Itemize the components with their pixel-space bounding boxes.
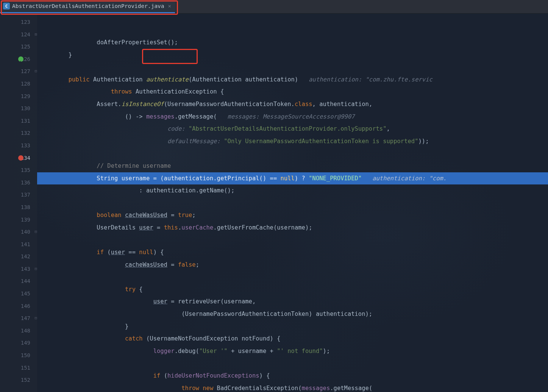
fold-close-icon[interactable]: ⊞ — [34, 28, 37, 41]
code-line[interactable]: logger.debug("User '" + username + "' no… — [37, 345, 548, 358]
code-line[interactable] — [37, 147, 548, 160]
line-number: 144 — [19, 275, 30, 287]
line-number: 143 — [19, 263, 30, 275]
breakpoint-icon[interactable] — [18, 155, 23, 161]
code-line[interactable]: catch (UsernameNotFoundException notFoun… — [37, 333, 548, 345]
code-line[interactable]: cacheWasUsed = false; — [37, 259, 548, 271]
code-line[interactable]: (UsernamePasswordAuthenticationToken) au… — [37, 308, 548, 320]
line-number: 138 — [19, 201, 30, 214]
code-line[interactable]: throws AuthenticationException { — [37, 86, 548, 98]
code-line[interactable] — [37, 357, 548, 370]
tab-bar: C AbstractUserDetailsAuthenticationProvi… — [0, 0, 548, 14]
line-number: 152 — [19, 374, 30, 386]
line-number: 133 — [19, 139, 30, 152]
line-number: 123 — [19, 16, 30, 28]
line-number: 127 — [19, 65, 30, 78]
gutter-line[interactable]: 134 — [0, 152, 37, 164]
tab-filename: AbstractUserDetailsAuthenticationProvide… — [12, 3, 164, 9]
gutter-line[interactable]: 129 — [0, 90, 37, 103]
gutter-line[interactable]: 128 — [0, 78, 37, 90]
gutter-line[interactable]: 143⊟ — [0, 263, 37, 275]
code-line[interactable]: if (hideUserNotFoundExceptions) { — [37, 370, 548, 382]
line-number: 135 — [19, 164, 30, 176]
code-line[interactable] — [37, 61, 548, 73]
code-line[interactable]: } — [37, 49, 548, 61]
code-line[interactable]: boolean cacheWasUsed = true; — [37, 209, 548, 222]
code-line[interactable]: public Authentication authenticate(Authe… — [37, 73, 548, 86]
gutter[interactable]: 123124⊞125126127⊟12812913013113213313413… — [0, 14, 37, 392]
code-line[interactable]: code: "AbstractUserDetailsAuthentication… — [37, 123, 548, 135]
gutter-line[interactable]: 140⊟ — [0, 226, 37, 238]
line-number: 129 — [19, 90, 30, 103]
gutter-line[interactable]: 149 — [0, 337, 37, 349]
file-tab[interactable]: C AbstractUserDetailsAuthenticationProvi… — [0, 0, 175, 13]
line-number: 124 — [19, 28, 30, 41]
gutter-line[interactable]: 124⊞ — [0, 28, 37, 41]
line-number: 145 — [19, 287, 30, 300]
gutter-line[interactable]: 130 — [0, 102, 37, 115]
line-number: 147 — [19, 312, 30, 325]
code-line[interactable] — [37, 197, 548, 209]
gutter-line[interactable]: 136 — [0, 176, 37, 189]
gutter-line[interactable]: 135 — [0, 164, 37, 176]
fold-open-icon[interactable]: ⊟ — [34, 312, 37, 325]
line-number: 136 — [19, 176, 30, 189]
code-line[interactable]: try { — [37, 283, 548, 296]
gutter-line[interactable]: 132 — [0, 127, 37, 139]
line-number: 139 — [19, 214, 30, 226]
gutter-line[interactable]: 127⊟ — [0, 65, 37, 78]
gutter-line[interactable]: 148 — [0, 325, 37, 337]
line-number: 130 — [19, 102, 30, 115]
gutter-line[interactable]: 131 — [0, 115, 37, 127]
gutter-line[interactable]: 145 — [0, 287, 37, 300]
code-editor[interactable]: 123124⊞125126127⊟12812913013113213313413… — [0, 14, 548, 392]
line-number: 151 — [19, 362, 30, 374]
line-number: 132 — [19, 127, 30, 139]
fold-open-icon[interactable]: ⊟ — [34, 65, 37, 78]
code-line[interactable]: Assert.isInstanceOf(UsernamePasswordAuth… — [37, 98, 548, 111]
fold-open-icon[interactable]: ⊟ — [34, 226, 37, 238]
code-line[interactable]: user = retrieveUser(username, — [37, 295, 548, 308]
gutter-line[interactable]: 146 — [0, 300, 37, 312]
code-area[interactable]: doAfterPropertiesSet(); } public Authent… — [37, 14, 548, 392]
line-number: 131 — [19, 115, 30, 127]
code-line[interactable]: UserDetails user = this.userCache.getUse… — [37, 222, 548, 234]
line-number: 148 — [19, 325, 30, 337]
gutter-line[interactable]: 147⊟ — [0, 312, 37, 325]
gutter-line[interactable]: 138 — [0, 201, 37, 214]
code-line[interactable]: defaultMessage: "Only UsernamePasswordAu… — [37, 135, 548, 148]
gutter-line[interactable]: 137 — [0, 189, 37, 201]
code-line[interactable] — [37, 234, 548, 247]
gutter-line[interactable]: 150 — [0, 349, 37, 362]
gutter-line[interactable]: 142 — [0, 250, 37, 263]
code-line[interactable]: () -> messages.getMessage( messages: Mes… — [37, 111, 548, 123]
line-number: 125 — [19, 41, 30, 53]
override-marker-icon[interactable] — [18, 56, 23, 62]
gutter-line[interactable]: 123 — [0, 16, 37, 28]
code-line[interactable]: if (user == null) { — [37, 246, 548, 259]
line-number: 150 — [19, 349, 30, 362]
gutter-line[interactable]: 152 — [0, 374, 37, 386]
code-line[interactable]: doAfterPropertiesSet(); — [37, 36, 548, 49]
code-line[interactable]: throw new BadCredentialsException(messag… — [37, 382, 548, 392]
gutter-line[interactable]: 133 — [0, 139, 37, 152]
code-line[interactable]: } — [37, 320, 548, 333]
gutter-line[interactable]: 139 — [0, 214, 37, 226]
line-number: 128 — [19, 78, 30, 90]
gutter-line[interactable]: 125 — [0, 41, 37, 53]
code-line[interactable]: // Determine username — [37, 160, 548, 172]
code-line[interactable]: : authentication.getName(); — [37, 184, 548, 197]
close-icon[interactable]: × — [168, 3, 171, 9]
code-line[interactable] — [37, 271, 548, 283]
gutter-line[interactable]: 144 — [0, 275, 37, 287]
gutter-line[interactable]: 141 — [0, 238, 37, 251]
code-line[interactable]: String username = (authentication.getPri… — [37, 172, 548, 185]
gutter-line[interactable]: 126 — [0, 53, 37, 66]
fold-open-icon[interactable]: ⊟ — [34, 263, 37, 275]
gutter-line[interactable]: 151 — [0, 362, 37, 374]
line-number: 137 — [19, 189, 30, 201]
line-number: 142 — [19, 250, 30, 263]
line-number: 140 — [19, 226, 30, 238]
line-number: 146 — [19, 300, 30, 312]
line-number: 149 — [19, 337, 30, 349]
